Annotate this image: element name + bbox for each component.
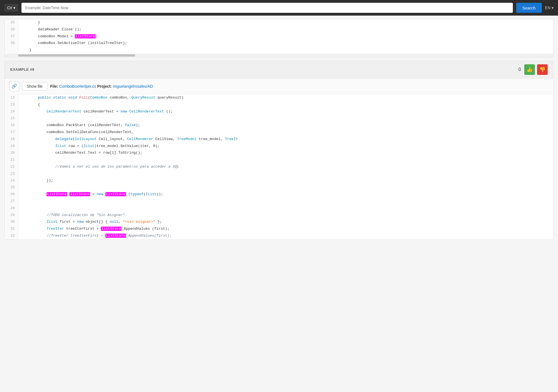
line-number: 15 bbox=[5, 115, 18, 122]
line-code: IList row = (IList)tree_model.GetValue(i… bbox=[18, 143, 553, 150]
file-label: File: bbox=[50, 84, 58, 89]
line-number: 37 bbox=[5, 33, 18, 40]
line-code bbox=[18, 170, 553, 177]
line-code: { bbox=[18, 101, 553, 108]
header: C# ▾ Search EN ▾ bbox=[0, 0, 558, 16]
table-row: 30 IList first = new object[] { null, "<… bbox=[5, 219, 553, 226]
line-code: cellRenderText.Text = row[1].ToString(); bbox=[18, 150, 553, 156]
table-row: 19 IList row = (IList)tree_model.GetValu… bbox=[5, 143, 553, 150]
line-number: 24 bbox=[5, 177, 18, 184]
table-row: 17 comboBox.SetCellDataFunc(cellRenderTe… bbox=[5, 129, 553, 136]
line-number: 22 bbox=[5, 163, 18, 170]
line-code: comboBox.PackStart (cellRenderText, fals… bbox=[18, 122, 553, 129]
table-row: 22 //Vamos a ver el uso de los parámetro… bbox=[5, 163, 553, 170]
table-row: 18 delegate(CellLayout Cell_layout, Cell… bbox=[5, 136, 553, 143]
table-row: 32 //TreeIter treeIterFirst = ListStore.… bbox=[5, 232, 553, 239]
line-number: 38 bbox=[5, 40, 18, 47]
vote-count: 0 bbox=[518, 67, 521, 72]
line-number: 23 bbox=[5, 170, 18, 177]
line-number: 35 bbox=[5, 19, 18, 26]
table-row: 13 { bbox=[5, 101, 553, 108]
line-code: //TreeIter treeIterFirst = ListStore.App… bbox=[18, 232, 553, 239]
example-header: EXAMPLE #9 0 👍 👎 bbox=[5, 61, 553, 79]
chevron-down-icon: ▾ bbox=[552, 6, 554, 10]
line-code bbox=[18, 115, 553, 122]
line-number: 14 bbox=[5, 108, 18, 115]
table-row: 26 ListStore listStore = new ListStore (… bbox=[5, 191, 553, 198]
language-selector[interactable]: C# ▾ bbox=[4, 4, 18, 12]
line-code: ListStore listStore = new ListStore (typ… bbox=[18, 191, 553, 198]
line-number: 17 bbox=[5, 129, 18, 136]
table-row: 31 TreeIter treeIterFirst = listStore.Ap… bbox=[5, 226, 553, 232]
line-number: 12 bbox=[5, 94, 18, 101]
previous-code-section: 35 } 36 dataReader.Close (); 37 comboBox… bbox=[4, 19, 554, 57]
file-info: File: ComboBoxHerlper.cs Project: miguel… bbox=[50, 84, 153, 89]
line-code: TreeIter treeIterFirst = listStore.Appen… bbox=[18, 226, 553, 232]
vote-down-button[interactable]: 👎 bbox=[537, 64, 548, 75]
project-name: miguelangelrosales/AD bbox=[113, 84, 153, 89]
line-code: comboBox.Model = listStore; bbox=[18, 33, 553, 40]
link-icon: 🔗 bbox=[11, 84, 17, 89]
line-number: 13 bbox=[5, 101, 18, 108]
table-row: 38 comboBox.SetActiveIter (initialTreeIt… bbox=[5, 40, 553, 47]
line-code bbox=[18, 205, 553, 212]
line-code: } bbox=[18, 19, 553, 26]
line-number: 16 bbox=[5, 122, 18, 129]
table-row: 24 }); bbox=[5, 177, 553, 184]
example-9-section: EXAMPLE #9 0 👍 👎 🔗 Show file File: Combo… bbox=[4, 61, 554, 240]
project-label: Project: bbox=[97, 84, 112, 89]
table-row: 12 public static void Fill(ComboBox comb… bbox=[5, 94, 553, 101]
lang-label: C# bbox=[7, 6, 12, 10]
line-number: 27 bbox=[5, 198, 18, 205]
scrollbar-thumb[interactable] bbox=[18, 54, 135, 57]
line-number: 30 bbox=[5, 219, 18, 226]
line-code: IList first = new object[] { null, "<sin… bbox=[18, 219, 553, 226]
table-row: 37 comboBox.Model = listStore; bbox=[5, 33, 553, 40]
line-number: 20 bbox=[5, 150, 18, 156]
line-code bbox=[18, 198, 553, 205]
line-code: delegate(CellLayout Cell_layout, CellRen… bbox=[18, 136, 553, 143]
line-number bbox=[5, 47, 18, 54]
table-row: 20 cellRenderText.Text = row[1].ToString… bbox=[5, 150, 553, 156]
search-input[interactable] bbox=[21, 3, 513, 13]
line-code: comboBox.SetCellDataFunc(cellRenderText, bbox=[18, 129, 553, 136]
line-number: 29 bbox=[5, 212, 18, 219]
code-table-top: 35 } 36 dataReader.Close (); 37 comboBox… bbox=[5, 19, 553, 54]
table-row: 27 bbox=[5, 198, 553, 205]
line-code: } bbox=[18, 47, 553, 54]
table-row: 14 CellRendererText cellRenderText = new… bbox=[5, 108, 553, 115]
horizontal-scrollbar[interactable] bbox=[5, 54, 553, 57]
vote-up-button[interactable]: 👍 bbox=[524, 64, 535, 75]
line-code: CellRendererText cellRenderText = new Ce… bbox=[18, 108, 553, 115]
table-row: 28 bbox=[5, 205, 553, 212]
table-row: 15 bbox=[5, 115, 553, 122]
table-row: 36 dataReader.Close (); bbox=[5, 26, 553, 33]
table-row: } bbox=[5, 47, 553, 54]
locale-selector[interactable]: EN ▾ bbox=[545, 6, 554, 10]
line-code: dataReader.Close (); bbox=[18, 26, 553, 33]
link-button[interactable]: 🔗 bbox=[9, 81, 19, 91]
line-number: 19 bbox=[5, 143, 18, 150]
line-code: //Vamos a ver el uso de los parámetros p… bbox=[18, 163, 553, 170]
line-number: 31 bbox=[5, 226, 18, 232]
table-row: 16 comboBox.PackStart (cellRenderText, f… bbox=[5, 122, 553, 129]
code-table-main: 12 public static void Fill(ComboBox comb… bbox=[5, 94, 553, 239]
table-row: 25 bbox=[5, 184, 553, 191]
line-code bbox=[18, 184, 553, 191]
line-code: }); bbox=[18, 177, 553, 184]
line-number: 18 bbox=[5, 136, 18, 143]
line-number: 28 bbox=[5, 205, 18, 212]
chevron-down-icon: ▾ bbox=[13, 6, 15, 10]
line-number: 32 bbox=[5, 232, 18, 239]
table-row: 29 //TODO localización de "Sin Asignar". bbox=[5, 212, 553, 219]
table-row: 35 } bbox=[5, 19, 553, 26]
line-number: 26 bbox=[5, 191, 18, 198]
example-title: EXAMPLE #9 bbox=[10, 67, 34, 72]
search-button[interactable]: Search bbox=[516, 3, 542, 13]
line-number: 25 bbox=[5, 184, 18, 191]
line-code bbox=[18, 156, 553, 163]
line-code: public static void Fill(ComboBox comboBo… bbox=[18, 94, 553, 101]
file-bar: 🔗 Show file File: ComboBoxHerlper.cs Pro… bbox=[5, 79, 553, 94]
show-file-button[interactable]: Show file bbox=[22, 82, 47, 90]
file-name: ComboBoxHerlper.cs bbox=[59, 84, 96, 89]
